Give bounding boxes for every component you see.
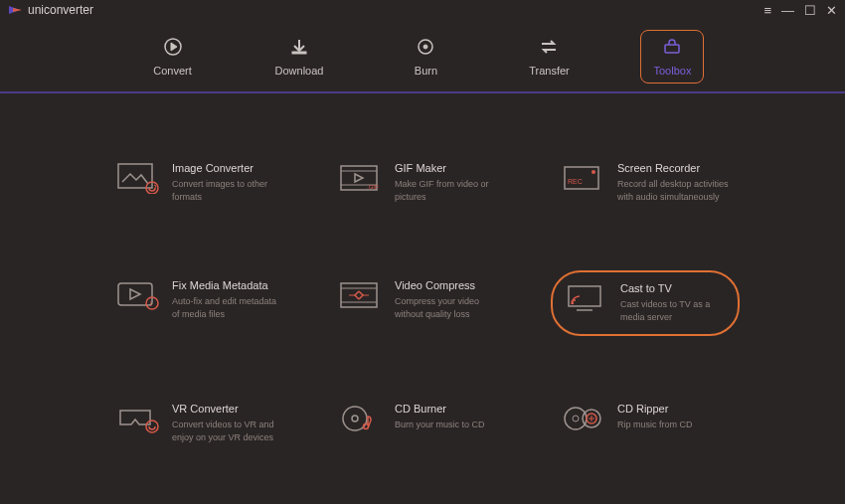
brand: uniconverter <box>8 3 93 17</box>
svg-rect-22 <box>341 283 377 307</box>
tool-desc: Convert videos to VR and enjoy on your V… <box>172 419 283 444</box>
minimize-icon[interactable]: — <box>781 4 794 17</box>
svg-marker-13 <box>355 174 363 182</box>
tool-desc: Burn your music to CD <box>395 419 485 431</box>
convert-icon <box>163 37 183 59</box>
tab-toolbox[interactable]: Toolbox <box>640 30 704 84</box>
app-name: uniconverter <box>28 3 93 17</box>
svg-text:.GIF: .GIF <box>367 184 379 190</box>
download-icon <box>289 37 309 59</box>
tool-title: Image Converter <box>172 162 283 174</box>
toolbox-grid-wrap: Image Converter Convert images to other … <box>0 93 845 453</box>
tool-title: VR Converter <box>172 403 283 415</box>
window-controls: ≡ — ☐ ✕ <box>763 4 837 17</box>
toolbox-grid: Image Converter Convert images to other … <box>105 153 740 453</box>
svg-point-32 <box>352 416 358 421</box>
svg-point-35 <box>573 416 579 421</box>
tool-desc: Compress your video without quality loss <box>395 295 506 321</box>
tool-video-compress[interactable]: Video Compress Compress your video witho… <box>328 270 517 336</box>
tool-desc: Convert images to other formats <box>172 178 283 204</box>
tab-burn[interactable]: Burn <box>394 30 457 84</box>
tool-cd-ripper[interactable]: CD Ripper Rip music from CD <box>551 394 740 453</box>
toolbox-icon <box>662 37 682 59</box>
brand-logo-icon <box>8 3 22 17</box>
tool-desc: Rip music from CD <box>617 419 693 431</box>
gif-maker-icon: .GIF <box>339 162 383 194</box>
image-converter-icon <box>116 162 160 194</box>
tab-label: Transfer <box>529 65 570 77</box>
cd-ripper-icon <box>562 403 605 434</box>
screen-recorder-icon: REC <box>562 162 605 194</box>
tab-download[interactable]: Download <box>264 30 335 84</box>
tab-transfer[interactable]: Transfer <box>517 30 581 84</box>
maximize-icon[interactable]: ☐ <box>804 4 816 17</box>
cd-burner-icon <box>339 403 383 434</box>
vr-converter-icon <box>116 403 160 434</box>
tool-title: GIF Maker <box>395 162 506 174</box>
tool-title: Cast to TV <box>620 282 726 294</box>
tool-title: CD Ripper <box>617 403 693 415</box>
titlebar: uniconverter ≡ — ☐ ✕ <box>0 0 845 20</box>
tool-screen-recorder[interactable]: REC Screen Recorder Record all desktop a… <box>551 153 740 213</box>
svg-rect-4 <box>292 52 306 54</box>
burn-icon <box>416 37 435 59</box>
tool-image-converter[interactable]: Image Converter Convert images to other … <box>105 153 294 213</box>
tool-title: CD Burner <box>395 403 485 415</box>
svg-point-33 <box>364 424 369 429</box>
tool-vr-converter[interactable]: VR Converter Convert videos to VR and en… <box>105 394 294 453</box>
close-icon[interactable]: ✕ <box>826 4 837 17</box>
svg-point-17 <box>592 170 595 174</box>
tab-label: Download <box>275 65 324 77</box>
svg-point-30 <box>146 420 158 432</box>
top-nav: Convert Download Burn Transfer Toolbox <box>0 20 845 93</box>
svg-marker-19 <box>130 289 140 299</box>
main-menu-icon[interactable]: ≡ <box>763 4 771 17</box>
svg-marker-3 <box>171 43 177 51</box>
tool-title: Fix Media Metadata <box>172 279 283 291</box>
tool-cd-burner[interactable]: CD Burner Burn your music to CD <box>328 394 517 453</box>
video-compress-icon <box>339 279 383 311</box>
tool-gif-maker[interactable]: .GIF GIF Maker Make GIF from video or pi… <box>328 153 517 213</box>
tool-desc: Make GIF from video or pictures <box>395 178 506 204</box>
tool-title: Video Compress <box>395 279 506 291</box>
fix-media-metadata-icon: i <box>116 279 160 311</box>
tool-cast-to-tv[interactable]: Cast to TV Cast videos to TV as a media … <box>551 270 740 336</box>
tab-label: Convert <box>153 65 192 77</box>
svg-point-29 <box>572 302 574 304</box>
svg-rect-7 <box>665 45 679 53</box>
tab-label: Burn <box>415 65 437 77</box>
tool-desc: Record all desktop activities with audio… <box>617 178 729 204</box>
svg-point-6 <box>423 45 427 49</box>
tool-desc: Cast videos to TV as a media server <box>620 298 726 324</box>
cast-to-tv-icon <box>565 282 608 314</box>
tool-desc: Auto-fix and edit metadata of media file… <box>172 295 283 321</box>
svg-text:i: i <box>150 299 152 308</box>
transfer-icon <box>539 37 559 59</box>
tab-convert[interactable]: Convert <box>141 30 205 84</box>
svg-marker-1 <box>13 8 22 12</box>
svg-text:REC: REC <box>568 178 583 185</box>
tool-title: Screen Recorder <box>617 162 729 174</box>
tool-fix-media-metadata[interactable]: i Fix Media Metadata Auto-fix and edit m… <box>105 270 294 336</box>
tab-label: Toolbox <box>653 65 691 77</box>
